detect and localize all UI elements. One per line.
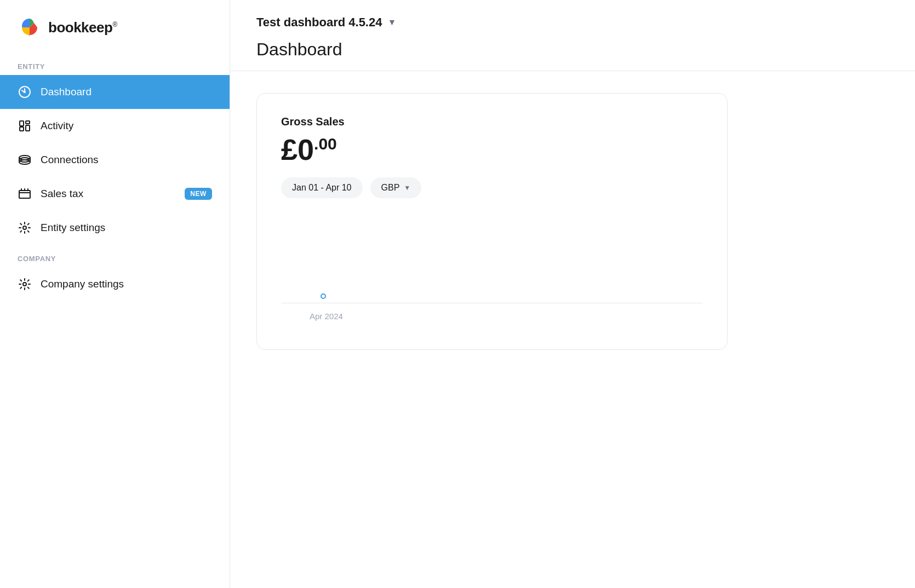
- logo-text: bookkeep®: [48, 19, 117, 36]
- sidebar-entity-settings-label: Entity settings: [41, 222, 212, 234]
- svg-rect-5: [26, 125, 30, 131]
- activity-icon: [18, 119, 32, 133]
- sidebar-dashboard-label: Dashboard: [41, 86, 212, 98]
- card-filters: Jan 01 - Apr 10 GBP ▼: [281, 177, 703, 198]
- chart-area: Apr 2024: [281, 216, 703, 325]
- amount-main: £0: [281, 133, 314, 166]
- main-content: Test dashboard 4.5.24 ▼ Dashboard Gross …: [230, 0, 915, 588]
- logo-area: bookkeep®: [0, 0, 230, 53]
- svg-rect-2: [20, 121, 24, 126]
- sidebar-activity-label: Activity: [41, 120, 212, 132]
- date-range-label: Jan 01 - Apr 10: [292, 183, 352, 193]
- card-amount: £0.00: [281, 135, 703, 164]
- chart-data-point: [321, 293, 326, 299]
- company-section-label: COMPANY: [0, 245, 230, 267]
- entity-section-label: ENTITY: [0, 53, 230, 75]
- entity-settings-icon: [18, 221, 32, 235]
- salestax-icon: [18, 187, 32, 201]
- dashboard-icon: [18, 85, 32, 99]
- svg-rect-3: [20, 127, 24, 131]
- gross-sales-card: Gross Sales £0.00 Jan 01 - Apr 10 GBP ▼ …: [256, 93, 728, 350]
- card-title: Gross Sales: [281, 116, 703, 128]
- sidebar-connections-label: Connections: [41, 154, 212, 166]
- sidebar-item-entity-settings[interactable]: Entity settings: [0, 211, 230, 245]
- new-badge: NEW: [185, 188, 212, 200]
- sidebar-item-connections[interactable]: Connections: [0, 143, 230, 177]
- workspace-title[interactable]: Test dashboard 4.5.24 ▼: [256, 15, 889, 30]
- sidebar-item-sales-tax[interactable]: Sales tax NEW: [0, 177, 230, 211]
- connections-icon: [18, 153, 32, 167]
- sidebar-company-settings-label: Company settings: [41, 278, 212, 290]
- workspace-name: Test dashboard 4.5.24: [256, 15, 382, 30]
- svg-point-16: [23, 226, 26, 229]
- sidebar: bookkeep® ENTITY Dashboard Activity: [0, 0, 230, 588]
- main-body: Gross Sales £0.00 Jan 01 - Apr 10 GBP ▼ …: [230, 71, 915, 588]
- svg-rect-4: [26, 121, 30, 124]
- svg-rect-11: [19, 191, 30, 198]
- date-range-filter[interactable]: Jan 01 - Apr 10: [281, 177, 363, 198]
- currency-label: GBP: [381, 183, 400, 193]
- sidebar-item-dashboard[interactable]: Dashboard: [0, 75, 230, 109]
- chart-baseline: [281, 303, 703, 303]
- bookkeep-logo-icon: [18, 15, 42, 39]
- currency-chevron-icon: ▼: [404, 184, 410, 192]
- main-header: Test dashboard 4.5.24 ▼ Dashboard: [230, 0, 915, 71]
- gear-icon: [18, 277, 32, 291]
- sidebar-salestax-label: Sales tax: [41, 188, 176, 200]
- chart-x-label: Apr 2024: [310, 312, 343, 321]
- currency-filter[interactable]: GBP ▼: [370, 177, 422, 198]
- sidebar-item-company-settings[interactable]: Company settings: [0, 267, 230, 301]
- svg-point-17: [23, 283, 26, 286]
- page-title: Dashboard: [256, 39, 889, 60]
- sidebar-item-activity[interactable]: Activity: [0, 109, 230, 143]
- amount-decimal: .00: [314, 135, 337, 153]
- workspace-chevron-icon: ▼: [387, 18, 396, 27]
